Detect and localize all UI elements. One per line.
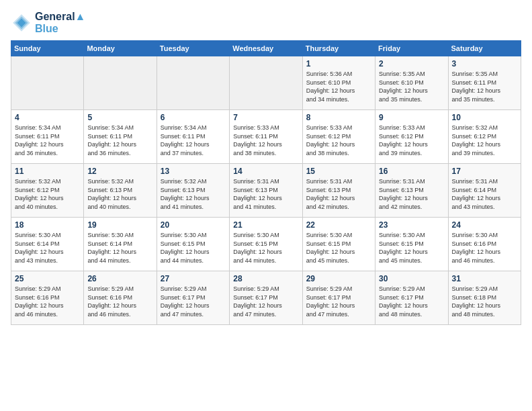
day-number: 31	[452, 274, 517, 283]
logo: General▲ Blue	[11, 11, 85, 35]
calendar-week-row: 4Sunrise: 5:34 AM Sunset: 6:11 PM Daylig…	[11, 110, 521, 164]
day-info: Sunrise: 5:33 AM Sunset: 6:11 PM Dayligh…	[233, 124, 298, 157]
day-of-week-header: Tuesday	[157, 41, 229, 56]
calendar-day-cell	[84, 56, 157, 110]
page-header: General▲ Blue	[11, 11, 521, 35]
calendar-day-cell: 3Sunrise: 5:35 AM Sunset: 6:11 PM Daylig…	[448, 56, 521, 110]
calendar-header-row: SundayMondayTuesdayWednesdayThursdayFrid…	[11, 41, 521, 56]
day-of-week-header: Thursday	[302, 41, 375, 56]
calendar-week-row: 18Sunrise: 5:30 AM Sunset: 6:14 PM Dayli…	[11, 218, 521, 271]
calendar-day-cell: 9Sunrise: 5:33 AM Sunset: 6:12 PM Daylig…	[375, 110, 448, 164]
calendar-day-cell: 14Sunrise: 5:31 AM Sunset: 6:13 PM Dayli…	[230, 164, 302, 218]
calendar-day-cell: 25Sunrise: 5:29 AM Sunset: 6:16 PM Dayli…	[11, 271, 84, 325]
day-number: 26	[87, 274, 152, 283]
day-number: 21	[233, 220, 298, 230]
day-number: 4	[15, 113, 80, 122]
day-of-week-header: Sunday	[11, 41, 84, 56]
calendar-day-cell: 7Sunrise: 5:33 AM Sunset: 6:11 PM Daylig…	[230, 110, 302, 164]
day-number: 30	[379, 274, 444, 283]
day-info: Sunrise: 5:29 AM Sunset: 6:17 PM Dayligh…	[233, 285, 298, 318]
logo-icon	[11, 12, 32, 34]
calendar-day-cell	[230, 56, 302, 110]
day-info: Sunrise: 5:31 AM Sunset: 6:14 PM Dayligh…	[452, 177, 517, 211]
day-number: 13	[161, 167, 226, 176]
day-info: Sunrise: 5:33 AM Sunset: 6:12 PM Dayligh…	[379, 124, 444, 157]
calendar-day-cell: 10Sunrise: 5:32 AM Sunset: 6:12 PM Dayli…	[448, 110, 521, 164]
calendar-week-row: 1Sunrise: 5:36 AM Sunset: 6:10 PM Daylig…	[11, 56, 521, 110]
day-info: Sunrise: 5:29 AM Sunset: 6:16 PM Dayligh…	[15, 285, 80, 318]
day-number: 3	[452, 59, 517, 68]
calendar-table: SundayMondayTuesdayWednesdayThursdayFrid…	[11, 40, 521, 325]
calendar-day-cell: 19Sunrise: 5:30 AM Sunset: 6:14 PM Dayli…	[84, 218, 157, 271]
day-number: 15	[306, 167, 371, 176]
calendar-day-cell: 8Sunrise: 5:33 AM Sunset: 6:12 PM Daylig…	[302, 110, 375, 164]
day-info: Sunrise: 5:35 AM Sunset: 6:11 PM Dayligh…	[452, 70, 517, 103]
calendar-day-cell: 24Sunrise: 5:30 AM Sunset: 6:16 PM Dayli…	[448, 218, 521, 271]
day-of-week-header: Monday	[84, 41, 157, 56]
day-info: Sunrise: 5:34 AM Sunset: 6:11 PM Dayligh…	[161, 124, 226, 157]
calendar-day-cell: 26Sunrise: 5:29 AM Sunset: 6:16 PM Dayli…	[84, 271, 157, 325]
calendar-day-cell: 30Sunrise: 5:29 AM Sunset: 6:17 PM Dayli…	[375, 271, 448, 325]
day-of-week-header: Friday	[375, 41, 448, 56]
day-info: Sunrise: 5:30 AM Sunset: 6:14 PM Dayligh…	[15, 231, 80, 265]
day-info: Sunrise: 5:31 AM Sunset: 6:13 PM Dayligh…	[379, 177, 444, 211]
day-info: Sunrise: 5:30 AM Sunset: 6:15 PM Dayligh…	[379, 231, 444, 265]
day-number: 2	[379, 59, 444, 68]
calendar-day-cell: 21Sunrise: 5:30 AM Sunset: 6:15 PM Dayli…	[230, 218, 302, 271]
calendar-day-cell: 12Sunrise: 5:32 AM Sunset: 6:13 PM Dayli…	[84, 164, 157, 218]
calendar-day-cell: 28Sunrise: 5:29 AM Sunset: 6:17 PM Dayli…	[230, 271, 302, 325]
calendar-day-cell: 31Sunrise: 5:29 AM Sunset: 6:18 PM Dayli…	[448, 271, 521, 325]
day-info: Sunrise: 5:32 AM Sunset: 6:12 PM Dayligh…	[15, 177, 80, 211]
calendar-day-cell: 29Sunrise: 5:29 AM Sunset: 6:17 PM Dayli…	[302, 271, 375, 325]
day-info: Sunrise: 5:30 AM Sunset: 6:16 PM Dayligh…	[452, 231, 517, 265]
calendar-day-cell: 27Sunrise: 5:29 AM Sunset: 6:17 PM Dayli…	[157, 271, 229, 325]
calendar-day-cell: 22Sunrise: 5:30 AM Sunset: 6:15 PM Dayli…	[302, 218, 375, 271]
day-number: 12	[87, 167, 152, 176]
day-number: 24	[452, 220, 517, 230]
day-number: 16	[379, 167, 444, 176]
day-info: Sunrise: 5:30 AM Sunset: 6:14 PM Dayligh…	[87, 231, 152, 265]
day-info: Sunrise: 5:35 AM Sunset: 6:10 PM Dayligh…	[379, 70, 444, 103]
day-number: 5	[87, 113, 152, 122]
day-info: Sunrise: 5:29 AM Sunset: 6:17 PM Dayligh…	[161, 285, 226, 318]
day-info: Sunrise: 5:34 AM Sunset: 6:11 PM Dayligh…	[87, 124, 152, 157]
calendar-day-cell: 20Sunrise: 5:30 AM Sunset: 6:15 PM Dayli…	[157, 218, 229, 271]
day-number: 1	[306, 59, 371, 68]
day-info: Sunrise: 5:29 AM Sunset: 6:18 PM Dayligh…	[452, 285, 517, 318]
calendar-week-row: 25Sunrise: 5:29 AM Sunset: 6:16 PM Dayli…	[11, 271, 521, 325]
day-info: Sunrise: 5:30 AM Sunset: 6:15 PM Dayligh…	[306, 231, 371, 265]
day-info: Sunrise: 5:31 AM Sunset: 6:13 PM Dayligh…	[306, 177, 371, 211]
calendar-day-cell: 17Sunrise: 5:31 AM Sunset: 6:14 PM Dayli…	[448, 164, 521, 218]
day-number: 19	[87, 220, 152, 230]
day-info: Sunrise: 5:30 AM Sunset: 6:15 PM Dayligh…	[233, 231, 298, 265]
day-info: Sunrise: 5:32 AM Sunset: 6:12 PM Dayligh…	[452, 124, 517, 157]
calendar-day-cell: 15Sunrise: 5:31 AM Sunset: 6:13 PM Dayli…	[302, 164, 375, 218]
day-number: 6	[161, 113, 226, 122]
day-info: Sunrise: 5:30 AM Sunset: 6:15 PM Dayligh…	[161, 231, 226, 265]
calendar-day-cell: 11Sunrise: 5:32 AM Sunset: 6:12 PM Dayli…	[11, 164, 84, 218]
day-number: 18	[15, 220, 80, 230]
day-of-week-header: Saturday	[448, 41, 521, 56]
calendar-day-cell: 23Sunrise: 5:30 AM Sunset: 6:15 PM Dayli…	[375, 218, 448, 271]
day-info: Sunrise: 5:32 AM Sunset: 6:13 PM Dayligh…	[161, 177, 226, 211]
day-info: Sunrise: 5:33 AM Sunset: 6:12 PM Dayligh…	[306, 124, 371, 157]
day-number: 27	[161, 274, 226, 283]
day-number: 14	[233, 167, 298, 176]
day-of-week-header: Wednesday	[230, 41, 302, 56]
day-number: 20	[161, 220, 226, 230]
day-number: 22	[306, 220, 371, 230]
day-info: Sunrise: 5:29 AM Sunset: 6:17 PM Dayligh…	[306, 285, 371, 318]
calendar-week-row: 11Sunrise: 5:32 AM Sunset: 6:12 PM Dayli…	[11, 164, 521, 218]
calendar-day-cell	[11, 56, 84, 110]
calendar-day-cell: 4Sunrise: 5:34 AM Sunset: 6:11 PM Daylig…	[11, 110, 84, 164]
day-number: 10	[452, 113, 517, 122]
calendar-day-cell: 16Sunrise: 5:31 AM Sunset: 6:13 PM Dayli…	[375, 164, 448, 218]
calendar-day-cell: 6Sunrise: 5:34 AM Sunset: 6:11 PM Daylig…	[157, 110, 229, 164]
day-info: Sunrise: 5:36 AM Sunset: 6:10 PM Dayligh…	[306, 70, 371, 103]
day-number: 25	[15, 274, 80, 283]
calendar-day-cell: 1Sunrise: 5:36 AM Sunset: 6:10 PM Daylig…	[302, 56, 375, 110]
day-info: Sunrise: 5:32 AM Sunset: 6:13 PM Dayligh…	[87, 177, 152, 211]
day-info: Sunrise: 5:31 AM Sunset: 6:13 PM Dayligh…	[233, 177, 298, 211]
calendar-day-cell	[157, 56, 229, 110]
day-number: 7	[233, 113, 298, 122]
